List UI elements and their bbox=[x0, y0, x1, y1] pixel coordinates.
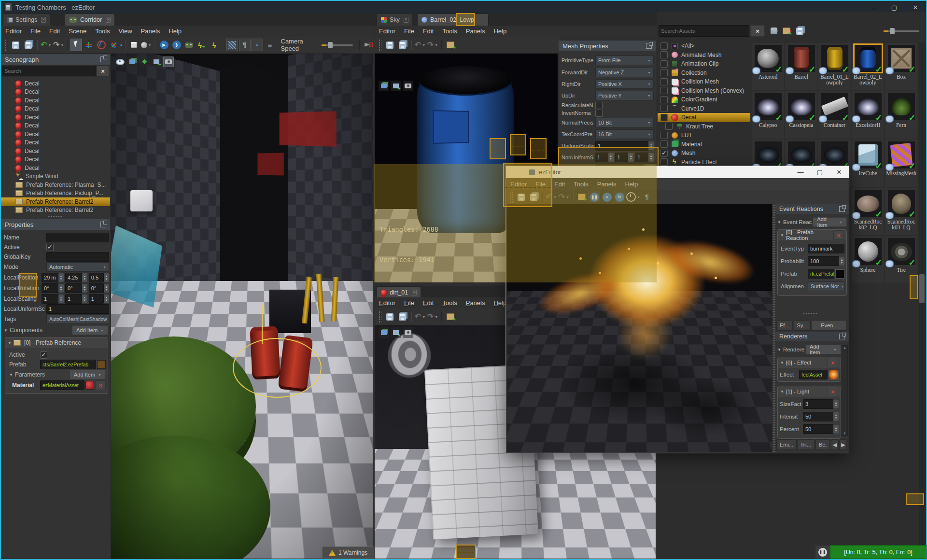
play-button[interactable]: ▶ bbox=[158, 39, 170, 51]
add-component-button[interactable]: Add Item bbox=[72, 325, 108, 335]
rotation-y-field[interactable]: 0° bbox=[65, 283, 82, 293]
menu-edit[interactable]: Edit bbox=[45, 28, 64, 35]
scenegraph-item-decal[interactable]: Decal bbox=[1, 130, 110, 139]
add-renderer-button[interactable]: Add Item bbox=[805, 345, 841, 354]
position-y-field[interactable]: 4.25 bbox=[65, 273, 82, 282]
tab-close-icon[interactable] bbox=[41, 17, 46, 23]
sizefactor-field[interactable]: 3 bbox=[803, 399, 833, 409]
menu-panels[interactable]: Panels bbox=[462, 28, 490, 35]
view-layout-button[interactable] bbox=[127, 56, 138, 67]
float-panel-icon[interactable] bbox=[100, 56, 106, 62]
tab-close-icon[interactable] bbox=[404, 17, 408, 23]
scenegraph-item-decal[interactable]: Decal bbox=[1, 139, 110, 147]
box-shape-button[interactable] bbox=[128, 39, 140, 51]
panel-splitter[interactable]: •••••• bbox=[1, 214, 110, 219]
scaling-y-field[interactable]: 1 bbox=[65, 294, 82, 304]
tree-item-animation-clip[interactable]: Animation Clip bbox=[658, 59, 750, 69]
renderers-header[interactable]: Renderers bbox=[775, 332, 849, 341]
float-panel-icon[interactable] bbox=[839, 206, 845, 212]
scenegraph-item-decal[interactable]: Decal bbox=[1, 113, 110, 122]
tab-emitter[interactable]: Emi... bbox=[776, 439, 797, 450]
scaling-z-field[interactable]: 1 bbox=[89, 294, 104, 304]
translate-tool-button[interactable] bbox=[83, 39, 95, 51]
tree-item-curve1d[interactable]: Curve1D bbox=[658, 104, 750, 113]
warnings-button[interactable]: 1 Warnings bbox=[322, 546, 374, 559]
collapse-icon[interactable] bbox=[9, 373, 13, 377]
tab-behavior[interactable]: Be. bbox=[815, 439, 830, 450]
alignment-dropdown[interactable]: Surface Nor bbox=[808, 281, 844, 291]
material-preview-button[interactable] bbox=[85, 381, 94, 390]
simulation-speed-button[interactable]: ▼ bbox=[626, 191, 640, 203]
asset-export-button[interactable] bbox=[576, 191, 588, 203]
thumbnail-size-slider[interactable] bbox=[884, 30, 919, 32]
remove-reaction-button[interactable] bbox=[833, 230, 844, 240]
light-header[interactable]: [1] - Light bbox=[778, 386, 841, 397]
menu-panels[interactable]: Panels bbox=[137, 28, 165, 35]
float-panel-icon[interactable] bbox=[100, 222, 106, 227]
tree-item-kraut-tree[interactable]: Kraut Tree bbox=[658, 122, 750, 131]
asset-tile[interactable]: Asteroid bbox=[752, 43, 784, 90]
save-button[interactable] bbox=[384, 310, 395, 323]
rightdir-dropdown[interactable]: Positive X bbox=[595, 79, 654, 89]
toolbar-drag-handle[interactable] bbox=[5, 39, 7, 51]
tree-item-animated-mesh[interactable]: Animated Mesh bbox=[658, 51, 750, 60]
undo-button[interactable]: ↶▼ bbox=[414, 39, 426, 51]
asset-swatch-button[interactable] bbox=[97, 360, 106, 369]
spinner[interactable] bbox=[833, 425, 839, 434]
effect-header[interactable]: [0] - Effect bbox=[778, 357, 841, 368]
panel-drag-handle[interactable] bbox=[772, 204, 775, 452]
export-run-button[interactable]: ϟ bbox=[196, 39, 208, 51]
menu-tools[interactable]: Tools bbox=[569, 181, 592, 188]
name-field[interactable] bbox=[46, 233, 109, 242]
add-event-reaction-button[interactable]: Add Item bbox=[813, 217, 847, 227]
menu-tools[interactable]: Tools bbox=[438, 28, 461, 35]
asset-tile[interactable]: Barrel bbox=[785, 43, 817, 90]
mesh-properties-header[interactable]: Mesh Properties bbox=[559, 41, 656, 51]
search-clear-button[interactable] bbox=[97, 66, 109, 76]
view-layout-button[interactable] bbox=[379, 327, 389, 338]
scenegraph-item-prefab-selected[interactable]: Prefab Reference: Barrel2 bbox=[1, 197, 110, 206]
position-x-field[interactable]: 29 m bbox=[42, 273, 58, 282]
scenegraph-item-prefab[interactable]: Prefab Reference: Pickup_P... bbox=[1, 189, 110, 198]
menu-help[interactable]: Help bbox=[489, 28, 511, 35]
screenshot-button[interactable] bbox=[403, 327, 413, 338]
collapse-icon[interactable] bbox=[780, 390, 784, 394]
event-reactions-header[interactable]: Event Reactions bbox=[775, 204, 849, 214]
save-all-button[interactable] bbox=[22, 39, 34, 51]
simulate-button[interactable] bbox=[183, 39, 195, 51]
scenegraph-header[interactable]: Scenegraph bbox=[1, 54, 110, 65]
floating-ezeditor-window[interactable]: ezEditor — ▢ ✕ Editor File Edit Tools Pa… bbox=[506, 166, 849, 453]
redo-button[interactable]: ↷▼ bbox=[53, 39, 64, 51]
add-parameter-button[interactable]: Add Item bbox=[70, 370, 106, 379]
pause-effect-button[interactable]: ❚❚ bbox=[589, 191, 600, 203]
scene-viewport[interactable]: ✥ bbox=[111, 54, 373, 559]
menu-file[interactable]: File bbox=[26, 28, 45, 35]
invert-checkbox[interactable] bbox=[595, 110, 603, 117]
redo-button[interactable]: ↷▼ bbox=[558, 191, 570, 203]
spinner[interactable] bbox=[833, 400, 839, 408]
duplicate-button[interactable] bbox=[794, 25, 805, 37]
camera-speed-slider[interactable] bbox=[322, 44, 353, 46]
tab-settings[interactable]: Settings bbox=[3, 14, 50, 26]
tab-event-reactions[interactable]: Even... bbox=[812, 320, 847, 331]
remove-renderer-button[interactable] bbox=[828, 358, 838, 367]
asset-tile-selected[interactable]: Barrel_02_Lowpoly bbox=[852, 43, 884, 90]
detach-view-button[interactable] bbox=[391, 81, 401, 91]
material-asset-field[interactable]: ezMaterialAsset bbox=[40, 380, 84, 390]
undo-button[interactable]: ↶▼ bbox=[40, 39, 52, 51]
uniform-scaling-field[interactable]: 1 bbox=[46, 304, 109, 314]
menu-editor[interactable]: Editor bbox=[375, 28, 400, 35]
undo-button[interactable]: ↶▼ bbox=[414, 310, 426, 323]
menu-file[interactable]: File bbox=[400, 28, 419, 35]
menu-edit[interactable]: Edit bbox=[419, 299, 438, 307]
tree-item-lut[interactable]: LUT bbox=[658, 131, 750, 140]
menu-editor[interactable]: Editor bbox=[1, 28, 26, 35]
asset-export-button[interactable] bbox=[445, 310, 456, 323]
asset-tile[interactable]: Container bbox=[818, 91, 851, 139]
menu-help[interactable]: Help bbox=[620, 181, 642, 188]
spinner[interactable] bbox=[104, 273, 109, 282]
scenegraph-item-decal[interactable]: Decal bbox=[1, 105, 110, 113]
render-mode-toggle[interactable] bbox=[226, 39, 238, 51]
asset-tile[interactable]: MissingMesh bbox=[885, 140, 917, 187]
save-all-button[interactable] bbox=[396, 39, 408, 51]
